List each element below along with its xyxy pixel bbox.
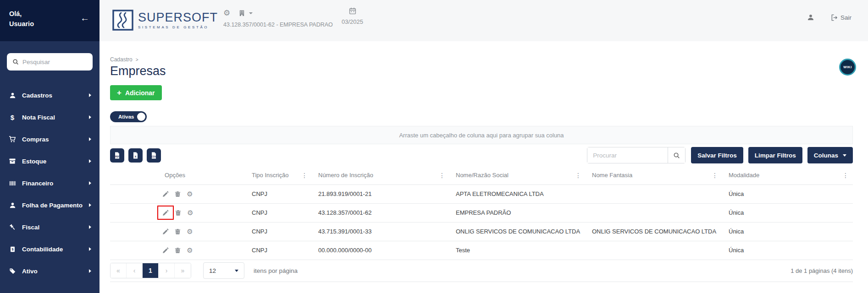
sidebar-search[interactable] bbox=[7, 53, 93, 71]
pagination-bar: « ‹ 1 › » 12 itens por página 1 de 1 pág… bbox=[110, 260, 853, 282]
chevron-right-icon bbox=[89, 115, 91, 119]
grid-toolbar: PDF X CSV Salvar Filtros Limpar Filtros bbox=[110, 144, 853, 166]
gear-icon[interactable]: ⚙ bbox=[223, 8, 230, 18]
row-settings-icon[interactable]: ⚙ bbox=[187, 228, 193, 235]
toggle-knob-icon bbox=[137, 113, 145, 121]
gavel-icon bbox=[8, 224, 17, 231]
next-page-button[interactable]: › bbox=[159, 263, 175, 278]
excel-file-icon: X bbox=[132, 152, 139, 159]
column-menu-icon[interactable]: ⋮ bbox=[842, 172, 849, 179]
cell-tipo-inscricao: CNPJ bbox=[245, 241, 312, 260]
column-menu-icon[interactable]: ⋮ bbox=[712, 172, 718, 179]
cell-modalidade: Única bbox=[722, 203, 853, 222]
edit-icon[interactable] bbox=[162, 228, 169, 235]
page-1-button[interactable]: 1 bbox=[143, 263, 159, 278]
column-header-tipo-inscricao[interactable]: Tipo Inscrição⋮ bbox=[245, 166, 312, 184]
search-submit-button[interactable] bbox=[668, 147, 685, 163]
column-menu-icon[interactable]: ⋮ bbox=[439, 172, 445, 179]
sidebar-search-input[interactable] bbox=[22, 59, 104, 65]
user-greeting: Olá, Usuario bbox=[9, 9, 90, 29]
page-size-value: 12 bbox=[209, 267, 216, 274]
row-settings-icon[interactable]: ⚙ bbox=[187, 247, 193, 254]
period-selector[interactable]: 03/2025 bbox=[342, 7, 363, 25]
group-by-hint: Arraste um cabeçalho de coluna aqui para… bbox=[399, 132, 564, 139]
person-icon bbox=[8, 92, 17, 99]
sidebar: Olá, Usuario ← Cadastros $ Nota Fiscal C… bbox=[0, 0, 100, 293]
company-selector: ⚙ 43.128.357/0001-62 - EMPRESA PADRAO bbox=[223, 8, 333, 28]
invoice-icon: $ bbox=[8, 246, 17, 253]
chevron-right-icon bbox=[89, 225, 91, 229]
page-size-label: itens por página bbox=[254, 267, 298, 274]
brand-tagline: SISTEMAS DE GESTÃO bbox=[138, 25, 218, 29]
sidebar-item-ativo[interactable]: Ativo bbox=[0, 260, 100, 282]
export-csv-button[interactable]: CSV bbox=[147, 148, 161, 163]
logout-button[interactable]: Sair bbox=[831, 14, 851, 21]
delete-icon[interactable] bbox=[175, 210, 181, 216]
breadcrumb-cadastro[interactable]: Cadastro bbox=[110, 56, 133, 63]
sidebar-item-fiscal[interactable]: Fiscal bbox=[0, 216, 100, 238]
highlight-red-box bbox=[157, 206, 174, 220]
edit-icon[interactable] bbox=[162, 210, 169, 216]
sidebar-item-folha-de-pagamento[interactable]: Folha de Pagamento bbox=[0, 194, 100, 216]
chevron-right-icon bbox=[89, 93, 91, 97]
cell-nome-fantasia: ONLIG SERVICOS DE COMUNICACAO LTDA bbox=[586, 222, 722, 241]
chevron-down-icon[interactable] bbox=[249, 12, 253, 14]
column-header-opcoes[interactable]: Opções bbox=[110, 166, 245, 184]
save-filters-button[interactable]: Salvar Filtros bbox=[691, 147, 743, 163]
archive-box-icon bbox=[8, 157, 17, 165]
delete-icon[interactable] bbox=[175, 228, 181, 235]
building-icon[interactable] bbox=[238, 10, 245, 16]
export-pdf-button[interactable]: PDF bbox=[110, 148, 124, 163]
column-header-numero-inscricao[interactable]: Número de Inscrição⋮ bbox=[312, 166, 449, 184]
user-avatar-icon[interactable] bbox=[807, 14, 814, 21]
sidebar-collapse-icon[interactable]: ← bbox=[80, 13, 89, 23]
sidebar-item-financeiro[interactable]: Financeiro bbox=[0, 172, 100, 194]
column-header-modalidade[interactable]: Modalidade⋮ bbox=[722, 166, 853, 184]
pdf-file-icon: PDF bbox=[113, 152, 121, 159]
table-row: ⚙ CNPJ 43.715.391/0001-33 ONLIG SERVICOS… bbox=[110, 222, 853, 241]
first-page-button[interactable]: « bbox=[111, 263, 127, 278]
edit-icon[interactable] bbox=[162, 247, 169, 254]
delete-icon[interactable] bbox=[175, 247, 181, 254]
sidebar-item-compras[interactable]: Compras bbox=[0, 128, 100, 150]
group-by-band[interactable]: Arraste um cabeçalho de coluna aqui para… bbox=[110, 126, 853, 144]
row-settings-icon[interactable]: ⚙ bbox=[187, 190, 193, 197]
wiki-badge[interactable]: WIKI bbox=[839, 59, 856, 76]
add-button[interactable]: + Adicionar bbox=[110, 85, 162, 100]
columns-dropdown-button[interactable]: Colunas bbox=[807, 147, 853, 163]
edit-icon[interactable] bbox=[162, 191, 169, 197]
column-menu-icon[interactable]: ⋮ bbox=[575, 172, 581, 179]
chevron-right-icon bbox=[89, 269, 91, 273]
sidebar-item-label: Ativo bbox=[22, 268, 38, 275]
row-settings-icon[interactable]: ⚙ bbox=[187, 209, 193, 216]
delete-icon[interactable] bbox=[175, 191, 181, 197]
search-icon bbox=[12, 59, 19, 65]
sidebar-item-estoque[interactable]: Estoque bbox=[0, 150, 100, 172]
cell-modalidade: Única bbox=[722, 184, 853, 203]
column-menu-icon[interactable]: ⋮ bbox=[301, 172, 308, 179]
svg-text:$: $ bbox=[11, 247, 13, 251]
cell-numero-inscricao: 43.128.357/0001-62 bbox=[312, 203, 449, 222]
clear-filters-button[interactable]: Limpar Filtros bbox=[748, 147, 802, 163]
current-company[interactable]: 43.128.357/0001-62 - EMPRESA PADRAO bbox=[223, 22, 333, 28]
grid-search-input[interactable] bbox=[587, 147, 668, 163]
active-filter-toggle[interactable]: Ativas bbox=[110, 111, 147, 122]
sidebar-item-label: Nota Fiscal bbox=[22, 114, 55, 121]
sidebar-item-contabilidade[interactable]: $ Contabilidade bbox=[0, 238, 100, 260]
column-header-nome-fantasia[interactable]: Nome Fantasia⋮ bbox=[586, 166, 722, 184]
sidebar-item-nota-fiscal[interactable]: $ Nota Fiscal bbox=[0, 106, 100, 128]
cell-tipo-inscricao: CNPJ bbox=[245, 203, 312, 222]
table-row: ⚙ CNPJ 21.893.919/0001-21 APTA ELETROMEC… bbox=[110, 184, 853, 203]
sidebar-item-cadastros[interactable]: Cadastros bbox=[0, 84, 100, 106]
sidebar-header: Olá, Usuario ← bbox=[0, 0, 100, 41]
cell-razao-social: APTA ELETROMECANICA LTDA bbox=[449, 184, 586, 203]
page-size-select[interactable]: 12 bbox=[203, 262, 244, 279]
cell-modalidade: Única bbox=[722, 222, 853, 241]
sidebar-item-label: Contabilidade bbox=[22, 246, 63, 253]
last-page-button[interactable]: » bbox=[175, 263, 191, 278]
cell-numero-inscricao: 21.893.919/0001-21 bbox=[312, 184, 449, 203]
prev-page-button[interactable]: ‹ bbox=[127, 263, 143, 278]
export-excel-button[interactable]: X bbox=[128, 148, 143, 163]
period-value: 03/2025 bbox=[342, 18, 363, 25]
column-header-razao-social[interactable]: Nome/Razão Social⋮ bbox=[449, 166, 586, 184]
